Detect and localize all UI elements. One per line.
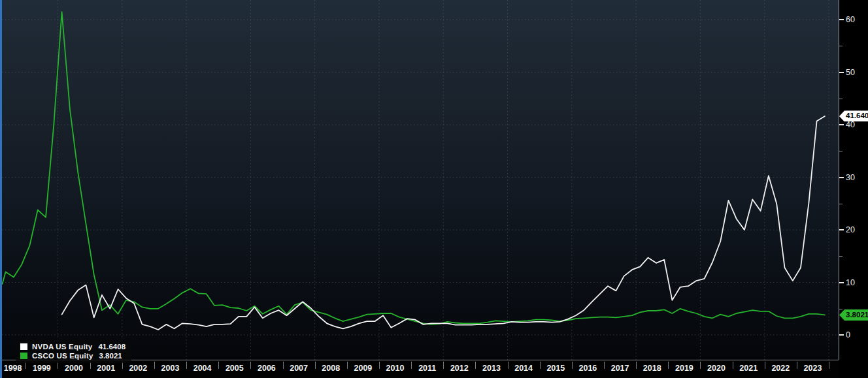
year-separator xyxy=(668,362,669,369)
y-minor-tick xyxy=(839,99,843,99)
legend-item-nvda: NVDA US Equity 41.6408 xyxy=(20,342,125,351)
year-label-2023: 2023 xyxy=(804,364,822,373)
legend-value: 41.6408 xyxy=(98,343,125,351)
year-separator xyxy=(250,362,251,369)
left-accent-bar xyxy=(0,0,2,378)
year-separator xyxy=(797,362,797,369)
year-separator xyxy=(283,362,284,369)
y-tick-label: 20 xyxy=(846,225,855,234)
nvda-swatch-icon xyxy=(20,343,27,350)
year-label-2010: 2010 xyxy=(386,364,405,373)
year-separator xyxy=(733,362,733,369)
year-separator xyxy=(829,362,829,369)
year-separator xyxy=(315,362,316,369)
year-label-2011: 2011 xyxy=(418,364,436,373)
year-label-2007: 2007 xyxy=(290,364,308,373)
year-label-2003: 2003 xyxy=(161,364,180,373)
y-major-tick xyxy=(839,282,844,283)
year-label-2021: 2021 xyxy=(739,364,758,373)
year-label-2001: 2001 xyxy=(97,364,115,373)
legend-item-csco: CSCO US Equity 3.8021 xyxy=(20,351,125,360)
y-major-tick xyxy=(839,229,844,230)
year-label-2005: 2005 xyxy=(225,364,244,373)
y-tick-label: 10 xyxy=(846,278,855,287)
year-label-2000: 2000 xyxy=(65,364,83,373)
y-major-tick xyxy=(839,19,844,20)
year-label-2009: 2009 xyxy=(354,364,372,373)
y-major-tick xyxy=(839,72,844,73)
legend-box: NVDA US Equity 41.6408 CSCO US Equity 3.… xyxy=(16,339,131,363)
year-label-2004: 2004 xyxy=(193,364,212,373)
year-separator xyxy=(604,362,605,369)
year-label-2018: 2018 xyxy=(643,364,661,373)
year-label-2019: 2019 xyxy=(675,364,693,373)
series-line-csco xyxy=(3,12,825,324)
y-tick-label: 30 xyxy=(846,173,855,182)
y-major-tick xyxy=(839,177,844,178)
y-minor-tick xyxy=(839,309,843,309)
plot-svg xyxy=(2,0,839,360)
year-separator xyxy=(379,362,380,369)
axis-corner xyxy=(839,360,868,378)
year-label-1998: 1998 xyxy=(4,364,22,373)
year-separator xyxy=(700,362,701,369)
year-label-2013: 2013 xyxy=(482,364,501,373)
y-tick-label: 60 xyxy=(846,15,855,24)
year-label-2022: 2022 xyxy=(771,364,790,373)
legend-label: NVDA US Equity xyxy=(32,343,92,351)
y-minor-tick xyxy=(839,256,843,257)
year-label-2017: 2017 xyxy=(611,364,629,373)
year-separator xyxy=(475,362,476,369)
year-separator xyxy=(218,362,219,369)
y-major-tick xyxy=(839,124,844,125)
year-separator xyxy=(636,362,637,369)
value-axis: 0102030405060 xyxy=(839,0,868,360)
legend-label: CSCO US Equity xyxy=(32,352,93,360)
year-separator xyxy=(154,362,155,369)
legend-value: 3.8021 xyxy=(99,352,122,360)
year-separator xyxy=(443,362,444,369)
year-separator xyxy=(186,362,187,369)
chart-window: 0102030405060 19981999200020012002200320… xyxy=(0,0,868,378)
year-separator xyxy=(765,362,765,369)
csco-swatch-icon xyxy=(20,353,27,359)
plot-area[interactable] xyxy=(2,0,839,360)
year-separator xyxy=(508,362,509,369)
year-label-2015: 2015 xyxy=(546,364,565,373)
y-major-tick xyxy=(839,334,844,336)
year-separator xyxy=(411,362,412,369)
y-minor-tick xyxy=(839,204,843,204)
nvda-price-flag: 41.6408 xyxy=(839,110,868,121)
year-separator xyxy=(572,362,573,369)
y-tick-label: 0 xyxy=(846,330,850,339)
year-label-2006: 2006 xyxy=(258,364,276,373)
year-separator xyxy=(347,362,348,369)
year-label-2012: 2012 xyxy=(450,364,469,373)
year-label-2008: 2008 xyxy=(322,364,340,373)
year-label-2020: 2020 xyxy=(707,364,726,373)
year-label-2014: 2014 xyxy=(514,364,533,373)
year-label-1999: 1999 xyxy=(33,364,51,373)
y-minor-tick xyxy=(839,46,843,46)
year-label-2002: 2002 xyxy=(129,364,147,373)
y-tick-label: 50 xyxy=(846,68,855,77)
year-separator xyxy=(540,362,541,369)
csco-price-flag: 3.8021 xyxy=(839,309,868,321)
year-label-2016: 2016 xyxy=(578,364,597,373)
y-minor-tick xyxy=(839,151,843,151)
